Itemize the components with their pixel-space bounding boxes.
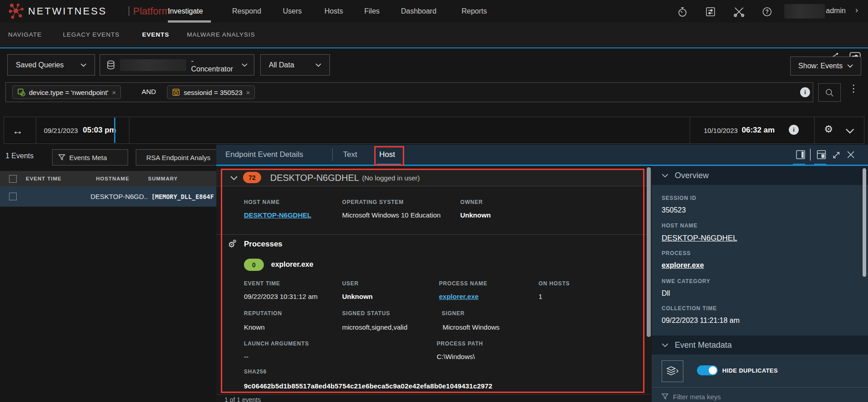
timeline-event-marker[interactable]	[114, 118, 115, 143]
nwe-category-value: Dll	[662, 289, 670, 298]
field-label: SESSION ID	[662, 195, 696, 201]
filter-meta-keys-input[interactable]: Filter meta keys	[662, 393, 721, 401]
field-label: COLLECTION TIME	[662, 305, 717, 312]
row-summary: [MEMORY_DLL_E864F	[151, 193, 214, 200]
tab-text[interactable]: Text	[343, 145, 357, 165]
collapse-host-chevron-icon[interactable]	[230, 176, 238, 180]
time-range-label: All Data	[269, 61, 294, 69]
events-meta-button[interactable]: Events Meta	[52, 149, 128, 166]
nav-respond[interactable]: Respond	[232, 0, 261, 23]
event-metadata-header[interactable]: Event Metadata	[652, 336, 868, 355]
content-scrollbar[interactable]	[647, 167, 651, 337]
query-kebab-menu-icon[interactable]: ⋮	[849, 86, 858, 91]
chevron-down-icon	[81, 63, 86, 67]
timer-icon[interactable]	[677, 6, 688, 17]
funnel-icon	[58, 154, 65, 161]
netwitness-investigate-screen: NETWITNESS | Platform Investigate Respon…	[0, 0, 868, 402]
endpoint-analysis-button[interactable]: RSA Endpoint Analys	[136, 149, 216, 166]
event-row[interactable]: DESKTOP-N6GD.. [MEMORY_DLL_E864F	[0, 186, 216, 207]
horizontal-split-icon[interactable]	[816, 150, 826, 160]
select-all-checkbox[interactable]	[9, 175, 17, 183]
chevron-down-icon	[315, 63, 321, 67]
column-summary[interactable]: SUMMARY	[148, 176, 178, 181]
overview-header[interactable]: Overview	[652, 166, 868, 185]
search-icon	[825, 88, 834, 97]
query-filter-bar[interactable]: device.type = 'nwendpoint' × AND session…	[5, 82, 813, 102]
resize-timeline-icon[interactable]: ↔	[12, 124, 23, 137]
split-view-icon[interactable]	[796, 150, 806, 160]
field-label: HOST NAME	[244, 199, 280, 205]
show-events-dropdown[interactable]: Show: Events	[790, 57, 861, 76]
user-chevron-icon[interactable]: ›	[855, 5, 858, 15]
tab-endpoint-event-details[interactable]: Endpoint Event Details	[225, 145, 303, 165]
host-name-title: DESKTOP-N6GDHEL	[270, 173, 359, 183]
column-hostname[interactable]: HOSTNAME	[96, 176, 148, 181]
event-sources-icon[interactable]	[705, 6, 716, 17]
help-icon[interactable]: ?	[762, 6, 773, 17]
hide-duplicates-label: HIDE DUPLICATES	[722, 367, 778, 374]
process-link[interactable]: explorer.exe	[662, 261, 704, 270]
host-name-link[interactable]: DESKTOP-N6GDHEL	[244, 211, 311, 219]
operating-system-value: Microsoft Windows 10 Education	[342, 211, 441, 219]
netwitness-logo-icon[interactable]	[8, 3, 25, 19]
tab-events[interactable]: EVENTS	[142, 23, 169, 47]
panel-footer: 1 of 1 events	[216, 394, 652, 402]
field-label: SHA256	[244, 369, 267, 375]
on-hosts-value: 1	[539, 293, 542, 300]
session-id-value: 350523	[662, 206, 686, 214]
nav-hosts[interactable]: Hosts	[324, 0, 343, 23]
field-label: HOST NAME	[662, 222, 697, 229]
service-selector-dropdown[interactable]: - Concentrator	[100, 54, 254, 76]
filter-pill-device-type[interactable]: device.type = 'nwendpoint' ×	[12, 85, 121, 99]
field-label: USER	[342, 280, 359, 287]
timeline-settings-gear-icon[interactable]: ⚙	[824, 124, 833, 134]
query-info-icon[interactable]: i	[800, 87, 810, 97]
tab-host[interactable]: Host	[379, 145, 395, 165]
search-button[interactable]	[818, 83, 841, 102]
field-label: PROCESS	[662, 250, 691, 256]
signed-status-value: microsoft,signed,valid	[342, 323, 407, 331]
tab-navigate[interactable]: NAVIGATE	[8, 23, 42, 47]
time-range-dropdown[interactable]: All Data	[260, 54, 330, 76]
timeline-collapse-chevron-icon[interactable]	[845, 128, 855, 134]
field-label: NWE CATEGORY	[662, 278, 711, 284]
divider	[332, 148, 333, 161]
host-banner: 72 DESKTOP-N6GDHEL (No logged in user)	[216, 170, 652, 186]
expand-panel-icon[interactable]	[832, 151, 841, 160]
close-panel-icon[interactable]	[846, 150, 855, 159]
timeline-info-icon[interactable]: i	[789, 125, 799, 135]
admin-tools-icon[interactable]	[733, 6, 745, 17]
events-count-label: 1 Events	[5, 152, 33, 160]
collapse-metadata-chevron-icon	[662, 343, 668, 347]
hide-duplicates-toggle[interactable]	[697, 365, 718, 375]
nav-files[interactable]: Files	[364, 0, 380, 23]
processes-icon: ⚙⚙	[227, 238, 238, 249]
nav-investigate[interactable]: Investigate	[168, 0, 203, 23]
remove-filter-icon[interactable]: ×	[246, 89, 250, 96]
sessionid-icon	[172, 88, 180, 96]
nav-dashboard[interactable]: Dashboard	[401, 0, 436, 23]
host-name-link[interactable]: DESKTOP-N6GDHEL	[662, 234, 737, 243]
meta-group-button[interactable]	[662, 360, 683, 382]
field-label: PROCESS NAME	[439, 280, 487, 287]
tab-legacy-events[interactable]: LEGACY EVENTS	[63, 23, 119, 47]
filter-pill-text: device.type = 'nwendpoint'	[29, 89, 108, 96]
timeline-end-date: 10/10/2023	[704, 127, 738, 134]
divider	[36, 117, 36, 143]
service-suffix: - Concentrator	[191, 57, 237, 73]
filter-pill-sessionid[interactable]: sessionid = 350523 ×	[167, 85, 255, 99]
nav-users[interactable]: Users	[283, 0, 302, 23]
row-checkbox[interactable]	[9, 193, 17, 200]
user-menu[interactable]: admin	[826, 7, 846, 15]
nav-reports[interactable]: Reports	[462, 0, 487, 23]
saved-queries-dropdown[interactable]: Saved Queries	[7, 54, 95, 76]
divider	[814, 117, 815, 143]
reputation-value: Known	[244, 323, 265, 331]
process-name-link[interactable]: explorer.exe	[439, 293, 479, 300]
tab-malware-analysis[interactable]: MALWARE ANALYSIS	[187, 23, 255, 47]
column-event-time[interactable]: EVENT TIME	[26, 176, 96, 181]
side-panel-scrollbar[interactable]	[863, 168, 866, 277]
field-label: LAUNCH ARGUMENTS	[244, 341, 309, 347]
remove-filter-icon[interactable]: ×	[112, 89, 116, 96]
host-risk-score-badge: 72	[243, 172, 261, 183]
